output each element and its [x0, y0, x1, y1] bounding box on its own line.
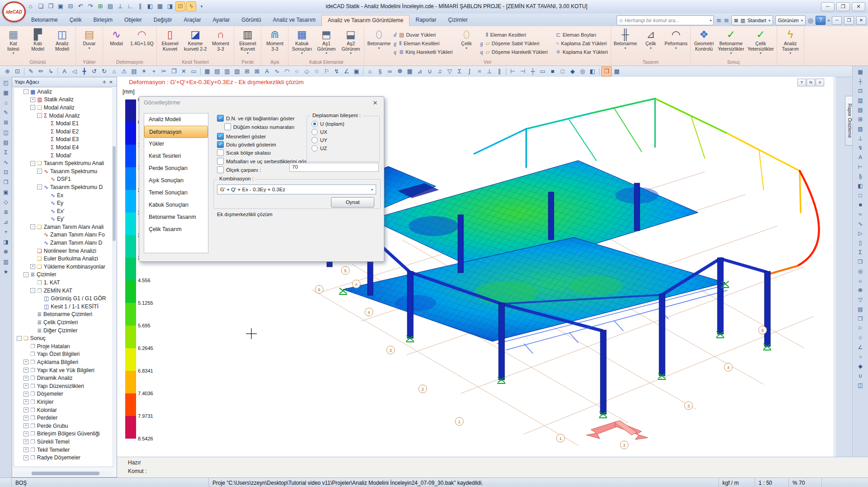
- diamond-tool-icon[interactable]: ◇: [1, 198, 10, 207]
- display-star-icon[interactable]: ☆: [856, 334, 865, 342]
- zoom-window-icon[interactable]: ⊡: [13, 67, 22, 76]
- tree-item[interactable]: -❏Zaman Tanım Alanı Anali: [14, 223, 113, 231]
- tree-expander-icon[interactable]: -: [30, 161, 35, 166]
- pencil-icon[interactable]: ✏: [36, 67, 46, 76]
- tree-item[interactable]: +❐Açıklama Bilgileri: [14, 358, 113, 366]
- tree-item[interactable]: ◫Görünüş G1 / G1 GÖR: [14, 294, 113, 303]
- command-search-input[interactable]: ○ Herhangi bir komut ara... ▾: [617, 15, 714, 25]
- dialog-close-icon[interactable]: ✕: [371, 99, 379, 106]
- home-icon[interactable]: ⌂: [26, 2, 35, 11]
- layers-icon[interactable]: ▤: [106, 2, 115, 11]
- tree-item[interactable]: ◫Kesit 1 / 1-1 KESİTİ: [14, 303, 113, 311]
- dialog-nav-deformasyon[interactable]: Deformasyon: [144, 126, 208, 138]
- as1-gorunen-button[interactable]: ⬒Aş1Görünen▼: [314, 27, 338, 60]
- layer-stack-icon[interactable]: ≋: [716, 17, 722, 24]
- tree-expander-icon[interactable]: +: [24, 376, 28, 381]
- panel-view-icon[interactable]: ▣: [1, 188, 10, 197]
- help-button[interactable]: ?: [816, 16, 826, 25]
- tree-item[interactable]: ΣModal E3: [14, 136, 113, 144]
- tree-expander-icon[interactable]: +: [24, 439, 28, 444]
- checkbox-icon[interactable]: [217, 149, 224, 156]
- tree-expander-icon[interactable]: +: [24, 423, 28, 428]
- resize-grip[interactable]: [822, 478, 868, 487]
- radio-uy[interactable]: UY: [311, 137, 379, 143]
- tree-item[interactable]: -∿Tasarım Spektrumu: [14, 167, 113, 175]
- final-grid-icon[interactable]: ▩: [612, 67, 622, 76]
- celik-yetersizlikler-button[interactable]: ✓ÇelikYetersizlikler▼: [746, 27, 775, 60]
- dialog-nav-perde-sonu-lar-[interactable]: Perde Sonuçları: [144, 162, 208, 175]
- tab-g-r-nt-[interactable]: Görüntü: [236, 15, 267, 26]
- display-filter-icon[interactable]: ▽: [856, 296, 865, 304]
- text-a-icon[interactable]: A: [60, 67, 69, 76]
- report-toggle-icon[interactable]: ❒: [601, 66, 612, 76]
- tab-raporlar[interactable]: Raporlar: [410, 15, 442, 26]
- triangle-select-icon[interactable]: ◁: [70, 67, 79, 76]
- tab-objeler[interactable]: Objeler: [118, 15, 148, 26]
- tree-item[interactable]: +❐Yapı Kat ve Yük Bilgileri: [14, 366, 113, 374]
- tree-expander-icon[interactable]: -: [30, 224, 35, 229]
- warning-icon[interactable]: ⚠: [119, 67, 129, 76]
- dialog-nav-a-k-sonu-lar-[interactable]: Aşık Sonuçları: [144, 175, 208, 187]
- checkbox-icon[interactable]: ✓: [217, 133, 224, 140]
- display-circle-icon[interactable]: ○: [856, 353, 865, 361]
- camera-tool-icon[interactable]: ◎: [808, 17, 813, 24]
- tasarim-celik-button[interactable]: ⊿Çelik▼: [639, 27, 663, 60]
- display-light-icon[interactable]: ☼: [856, 277, 865, 285]
- print-icon[interactable]: ⊟: [66, 2, 75, 11]
- node-snap-icon[interactable]: ⊡: [175, 1, 185, 11]
- view-button-n[interactable]: N: [807, 79, 815, 86]
- geometri-kontrolu-button[interactable]: ❖GeometriKontrolü: [692, 27, 716, 60]
- union-icon[interactable]: ∪: [425, 67, 434, 76]
- close-grid-icon[interactable]: ⊠: [252, 67, 262, 76]
- display-copy-icon[interactable]: ❐: [856, 315, 865, 323]
- section-icon[interactable]: §: [375, 67, 385, 76]
- moment-3-3-button[interactable]: ∩Moment3-3: [208, 27, 232, 60]
- tree-expander-icon[interactable]: +: [24, 416, 28, 421]
- checkbox-icon[interactable]: [224, 123, 231, 130]
- display-target-icon[interactable]: ◫: [856, 381, 865, 390]
- radio-icon[interactable]: [311, 137, 318, 143]
- idecad-logo[interactable]: ideCAD: [2, 1, 26, 22]
- tree-vertical-scrollbar[interactable]: [112, 87, 116, 466]
- sketch-icon[interactable]: ✎: [1, 109, 10, 117]
- display-contour-icon[interactable]: ≈: [856, 210, 865, 219]
- dialog-nav--elik-tasar-m[interactable]: Çelik Tasarım: [144, 223, 208, 236]
- checkbox-icon[interactable]: [217, 158, 224, 165]
- display-camera-icon[interactable]: ◎: [856, 267, 865, 276]
- solid-icon[interactable]: ■: [548, 67, 557, 76]
- leader-icon[interactable]: ↳: [46, 67, 56, 76]
- dim-aligned-icon[interactable]: ⊣: [518, 67, 528, 76]
- check-d-m-noktas-numaralar-[interactable]: Düğüm noktası numaraları: [224, 123, 295, 130]
- tree-expander-icon[interactable]: -: [24, 89, 28, 94]
- display-nodes-icon[interactable]: ⊡: [856, 87, 865, 95]
- tree-item[interactable]: ∿Ey': [14, 215, 113, 223]
- celik-mouse-button[interactable]: ⬯Çelik▼: [454, 27, 478, 60]
- tree-item[interactable]: +❐Tekil Temeller: [14, 446, 113, 454]
- tree-item[interactable]: -≣Çizimler: [14, 271, 113, 279]
- kesme-kuvveti-button[interactable]: ◪Kesmekuvveti 2-2: [183, 27, 208, 60]
- wire-icon[interactable]: □: [558, 67, 567, 76]
- display-flag-icon[interactable]: ⚐: [856, 324, 865, 333]
- view-button-y[interactable]: Y: [797, 79, 806, 86]
- radio-u-toplam-[interactable]: U (toplam): [311, 121, 379, 127]
- display-supports-icon[interactable]: ⊥: [856, 134, 865, 143]
- ortho-icon[interactable]: ⊥: [116, 2, 125, 11]
- display-walls-icon[interactable]: ▧: [856, 125, 865, 133]
- zoom-indicator[interactable]: % 70: [789, 478, 822, 487]
- tree-expander-icon[interactable]: +: [24, 383, 28, 388]
- pin-icon[interactable]: ✛: [101, 80, 108, 85]
- style-standart-combo[interactable]: ⊠ ▥ Standart ▾: [731, 15, 773, 25]
- unit-indicator[interactable]: kgf / m: [719, 478, 755, 487]
- display-layers-icon[interactable]: ▤: [856, 305, 865, 314]
- sum-icon[interactable]: Σ: [455, 67, 464, 76]
- display-labels-icon[interactable]: A: [856, 153, 865, 162]
- tree-item[interactable]: +❐Sürekli Temel: [14, 438, 113, 446]
- triangle-tool-icon[interactable]: ⊿: [1, 218, 10, 227]
- radio-icon[interactable]: [311, 129, 318, 135]
- results-sum-icon[interactable]: Σ: [1, 148, 10, 157]
- gear-tool-icon[interactable]: ☸: [1, 248, 10, 256]
- analysis-run-icon[interactable]: ϟ: [186, 1, 196, 11]
- favorite-icon[interactable]: ★: [1, 268, 10, 276]
- tree-item[interactable]: +❐Kirişler: [14, 398, 113, 406]
- data-table-icon[interactable]: ▦: [405, 67, 415, 76]
